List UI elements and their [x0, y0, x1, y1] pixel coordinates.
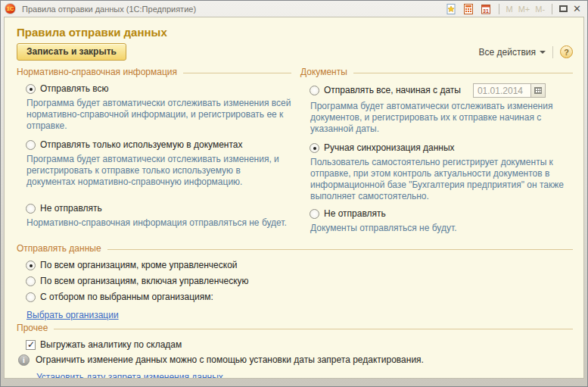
- page-title: Правила отправки данных: [17, 26, 573, 39]
- group-nsi: Нормативно-справочная информация Отправл…: [17, 67, 291, 242]
- group-send-data-body: По всем организациям, кроме управленческ…: [17, 254, 573, 321]
- radio-selected-orgs-filter[interactable]: С отбором по выбранным организациям:: [26, 292, 573, 303]
- titlebar-separator: [499, 4, 499, 14]
- close-icon[interactable]: ✕: [573, 4, 581, 14]
- app-window: 1С Правила отправки данных (1С:Предприят…: [0, 0, 588, 387]
- maximize-icon[interactable]: [559, 5, 568, 12]
- radio-label: Ручная синхронизация данных: [324, 142, 455, 154]
- radio-docs-do-not-send[interactable]: Не отправлять: [310, 208, 573, 220]
- option-description: Программа будет автоматически отслеживат…: [310, 101, 573, 135]
- calculator-icon[interactable]: [462, 3, 474, 15]
- info-text: Ограничить изменение данных можно с помо…: [36, 354, 424, 366]
- 1c-logo-icon: 1С: [5, 3, 16, 14]
- all-actions-button[interactable]: Все действия: [479, 47, 546, 58]
- radio-label: Не отправлять: [40, 203, 102, 214]
- calendar-grid-icon: [534, 87, 542, 94]
- radio-icon: [26, 84, 36, 94]
- group-documents: Документы Отправлять все, начиная с даты: [300, 67, 573, 242]
- group-other-body: Выгружать аналитику по складам i Огранич…: [17, 333, 573, 379]
- start-date-field: [473, 83, 546, 98]
- option-description: Программа будет автоматически отслеживат…: [26, 98, 291, 132]
- radio-label: По всем организациям, включая управленче…: [40, 276, 249, 287]
- radio-icon: [26, 140, 36, 150]
- option-description: Документы отправляться не будут.: [310, 223, 573, 234]
- group-rule: [107, 249, 573, 250]
- info-icon: i: [18, 354, 30, 366]
- titlebar-separator: [552, 4, 552, 14]
- start-date-input[interactable]: [473, 83, 531, 98]
- radio-icon: [26, 276, 36, 286]
- command-bar: Записать и закрыть Все действия ?: [17, 43, 573, 61]
- radio-all-orgs-except-management[interactable]: По всем организациям, кроме управленческ…: [26, 260, 573, 271]
- checkbox-export-warehouse-analytics[interactable]: Выгружать аналитику по складам: [26, 339, 573, 350]
- radio-docs-send-from-date[interactable]: Отправлять все, начиная с даты: [310, 83, 573, 98]
- svg-text:31: 31: [483, 8, 489, 13]
- checkbox-icon: [26, 340, 36, 350]
- favorites-icon[interactable]: [445, 3, 457, 15]
- chevron-down-icon: [540, 51, 546, 54]
- group-rule: [183, 73, 291, 73]
- group-other: Прочее Выгружать аналитику по складам i …: [17, 323, 573, 379]
- radio-label: Отправлять все, начиная с даты: [324, 85, 461, 96]
- radio-nsi-send-all[interactable]: Отправлять всю: [26, 83, 291, 95]
- memory-recall-button[interactable]: M: [506, 5, 513, 14]
- group-send-data-header: Отправлять данные: [17, 243, 573, 254]
- radio-label: С отбором по выбранным организациям:: [40, 292, 213, 303]
- radio-nsi-send-used-only[interactable]: Отправлять только используемую в докумен…: [26, 139, 291, 151]
- set-data-ban-date-link[interactable]: Установить дату запрета изменения данных: [36, 372, 223, 379]
- group-nsi-title: Нормативно-справочная информация: [17, 67, 177, 77]
- group-documents-title: Документы: [300, 67, 347, 77]
- top-groups: Нормативно-справочная информация Отправл…: [17, 67, 573, 242]
- group-other-title: Прочее: [17, 323, 48, 333]
- form-client-area: Правила отправки данных Записать и закры…: [4, 17, 584, 379]
- select-organizations-link[interactable]: Выбрать организации: [26, 310, 119, 320]
- group-documents-body: Отправлять все, начиная с даты Программа…: [300, 77, 573, 234]
- option-description: Нормативно-справочная информация отправл…: [26, 217, 291, 229]
- option-description: Пользователь самостоятельно регистрирует…: [310, 157, 573, 202]
- group-send-data-title: Отправлять данные: [17, 243, 101, 254]
- radio-icon: [26, 292, 36, 302]
- save-and-close-button[interactable]: Записать и закрыть: [17, 43, 126, 61]
- radio-label: Отправлять только используемую в докумен…: [40, 139, 243, 151]
- group-rule: [54, 329, 573, 329]
- radio-label: Не отправлять: [324, 208, 386, 220]
- checkbox-label: Выгружать аналитику по складам: [40, 339, 182, 350]
- radio-nsi-do-not-send[interactable]: Не отправлять: [26, 203, 291, 214]
- titlebar-service-buttons: 31 M M+ M- ✕: [445, 3, 582, 15]
- radio-icon: [310, 143, 319, 153]
- group-other-header: Прочее: [17, 323, 573, 333]
- radio-icon: [310, 86, 319, 95]
- window-title: Правила отправки данных (1С:Предприятие): [22, 5, 196, 14]
- radio-label: По всем организациям, кроме управленческ…: [40, 260, 238, 271]
- memory-plus-button[interactable]: M+: [518, 5, 530, 14]
- group-documents-header: Документы: [300, 67, 573, 77]
- calendar-icon[interactable]: 31: [480, 3, 492, 15]
- group-nsi-body: Отправлять всю Программа будет автоматич…: [17, 77, 291, 229]
- radio-docs-manual-sync[interactable]: Ручная синхронизация данных: [310, 142, 573, 154]
- radio-label: Отправлять всю: [40, 83, 109, 95]
- radio-icon: [26, 261, 36, 270]
- date-picker-button[interactable]: [531, 83, 546, 98]
- option-description: Программа будет автоматически отслеживат…: [26, 154, 291, 188]
- group-nsi-header: Нормативно-справочная информация: [17, 67, 291, 77]
- radio-icon: [26, 204, 36, 214]
- all-actions-label: Все действия: [479, 47, 536, 58]
- memory-minus-button[interactable]: M-: [535, 5, 545, 14]
- titlebar: 1С Правила отправки данных (1С:Предприят…: [1, 1, 587, 17]
- help-button[interactable]: ?: [560, 45, 573, 58]
- radio-all-orgs-including-management[interactable]: По всем организациям, включая управленче…: [26, 276, 573, 287]
- command-bar-separator: [552, 46, 553, 58]
- radio-icon: [310, 209, 319, 219]
- info-note: i Ограничить изменение данных можно с по…: [18, 354, 573, 366]
- group-send-data: Отправлять данные По всем организациям, …: [17, 243, 573, 321]
- group-rule: [353, 73, 573, 73]
